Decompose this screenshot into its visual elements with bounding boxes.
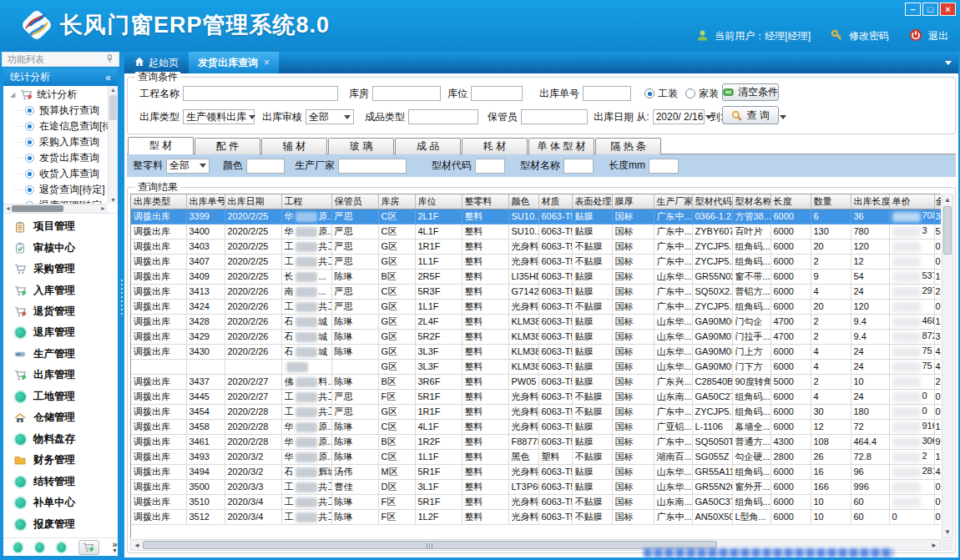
column-header[interactable]: 库房 [378,194,415,209]
table-row[interactable]: 调拨出库34032020/2/25工共工程严思G区1R1F整料光身料6063-T… [131,239,941,254]
date-from-select[interactable]: 2020/ 2/16 [653,109,705,124]
column-header[interactable]: 整零料 [462,194,508,209]
column-header[interactable]: 保管员 [331,194,378,209]
sidebar-menu-item[interactable]: 仓储管理 [3,408,118,428]
sidebar-menu-item[interactable]: 物料盘存 [3,429,118,449]
close-button[interactable]: × [940,3,956,16]
column-header[interactable]: 出库长度 [851,194,889,209]
sidebar-menu-item[interactable]: 项目管理 [3,217,118,237]
table-row[interactable]: 调拨出库35122020/3/4工共工程陈琳F区1L2F整料光身料6063-T5… [131,509,941,524]
column-header[interactable]: 长度 [771,194,811,209]
pin-icon[interactable] [106,54,114,65]
table-row[interactable]: 调拨出库34132020/2/26南...严思C区5R3F整料G71422606… [131,284,941,299]
table-row[interactable]: G区3L3F整料KLM38176063-T5贴膜国标山东华...GA90M09.… [131,359,941,374]
scroll-up-icon[interactable]: ▲ [942,196,952,204]
collapse-icon[interactable]: « [105,72,111,83]
sidebar-splitter[interactable] [119,52,124,557]
sidebar-menu-item[interactable]: 补单中心 [3,493,118,513]
tree-root-statistics[interactable]: ◢统计分析 [3,86,108,103]
location-input[interactable] [471,86,523,101]
table-row[interactable]: 调拨出库34452020/2/27工共工程严思F区5R1F整料光身料6063-T… [131,389,941,404]
material-tab[interactable]: 单 体 型 材 [528,138,594,154]
tree-item[interactable]: 收货入库查询 [3,166,108,182]
table-row[interactable]: 调拨出库34942020/3/2石辉城汤伟M区5R1F整料光身料6063-T5贴… [131,464,941,479]
column-header[interactable]: 型材名称 [732,194,771,209]
sidebar-menu-item[interactable]: 审核中心 [3,238,118,258]
scroll-left-icon[interactable]: ◄ [134,542,140,549]
material-tab[interactable]: 辅 材 [261,138,327,154]
project-name-input[interactable] [183,86,338,101]
material-tab[interactable]: 耗 材 [462,138,528,154]
profile-code-input[interactable] [475,159,505,174]
table-row[interactable]: 调拨出库34932020/3/2华原...陈琳C区1L1F整料黑色塑料不贴膜国标… [131,449,941,464]
tree-horizontal-scrollbar[interactable]: ◄ ► [3,204,108,213]
column-header[interactable]: 出库类型 [131,194,186,209]
material-tab[interactable]: 成 品 [395,138,461,154]
clear-conditions-button[interactable]: 清空条件 [722,83,779,101]
column-header[interactable]: 颜色 [508,194,538,209]
column-header[interactable]: 工程 [281,194,331,209]
audit-select[interactable]: 全部 [306,109,354,124]
tree-vertical-scrollbar[interactable]: ▲ ▼ [108,86,118,204]
sidebar-menu-item[interactable]: 生产管理 [3,344,118,364]
material-tab[interactable]: 隔 热 条 [595,138,661,154]
change-password-link[interactable]: 修改密码 [849,29,889,43]
table-row[interactable]: 调拨出库34542020/2/28工共工程严思G区1R1F整料光身料6063-T… [131,404,941,419]
table-row[interactable]: 调拨出库34092020/2/25长...陈琳B区2R5F整料LI35HD606… [131,269,941,284]
tree-item[interactable]: 在途信息查询[待 [3,119,108,134]
whole-piece-select[interactable]: 全部 [166,159,210,174]
profile-name-input[interactable] [563,159,594,174]
tab-shipping-outbound-query[interactable]: 发货出库查询 × [189,52,279,73]
module-dot-icon[interactable] [35,542,44,552]
cart-module-button[interactable] [78,540,100,555]
module-dot-icon[interactable] [57,542,66,552]
sidebar-menu-item[interactable]: 退库管理 [3,323,118,343]
tab-close-icon[interactable]: × [264,57,270,68]
column-header[interactable]: 库位 [415,194,462,209]
material-tab[interactable]: 型 材 [128,137,194,154]
scroll-right-icon[interactable]: ► [931,542,937,549]
keeper-input[interactable] [521,109,588,124]
material-tab[interactable]: 配 件 [195,138,260,154]
column-header[interactable]: 出库日期 [225,194,281,209]
table-row[interactable]: 调拨出库34582020/2/28华原...陈琳C区4L1F整料光身料6063-… [131,419,941,434]
radio-industrial[interactable]: 工装 [644,87,678,101]
manufacturer-input[interactable] [338,159,407,174]
module-dot-icon[interactable] [13,542,23,552]
table-row[interactable]: 调拨出库34282020/2/26石城陈琳G区2L4F整料KLM38176063… [131,314,941,329]
sidebar-menu-item[interactable]: 报废管理 [3,514,118,534]
scroll-thumb[interactable] [943,206,952,255]
sidebar-menu-item[interactable]: 结转管理 [3,472,118,492]
radio-home-decor[interactable]: 家装 [685,87,719,101]
column-header[interactable]: 单价 [889,194,934,209]
scroll-thumb[interactable] [143,541,717,549]
maximize-button[interactable]: □ [922,3,938,16]
table-row[interactable]: 调拨出库34002020/2/25华原...严思C区4L1F整料SU10...6… [131,224,941,239]
tree-item[interactable]: 采购入库查询 [3,134,108,150]
column-header[interactable]: 数量 [811,194,851,209]
material-tab[interactable]: 玻 璃 [328,138,394,154]
tab-list-caret-icon[interactable] [945,61,952,65]
tree-item[interactable]: 退货查询[待定] [3,182,108,198]
column-header[interactable]: 型材代码 [692,194,732,209]
column-header[interactable]: 出库单号 [186,194,225,209]
scroll-thumb[interactable] [109,95,117,120]
column-header[interactable]: 表面处理 [572,194,612,209]
grid-vertical-scrollbar[interactable]: ▲ ▼ [942,194,953,538]
table-row[interactable]: 调拨出库35102020/3/4工共工程陈琳F区5R1F整料光身料6063-T5… [131,494,941,509]
warehouse-input[interactable] [372,86,441,101]
scroll-down-icon[interactable]: ▼ [942,528,952,536]
scroll-down-icon[interactable]: ▼ [109,197,118,203]
table-row[interactable]: 调拨出库34612020/2/28华原...陈琳B区1R2F整料F8877FT6… [131,434,941,449]
tree-item[interactable]: 预算执行查询 [3,103,108,119]
outbound-type-select[interactable]: 生产领料出库 [183,109,255,124]
column-header[interactable]: 金 [934,194,941,209]
product-type-input[interactable] [408,109,478,124]
minimize-button[interactable]: – [905,3,921,16]
table-row[interactable]: 调拨出库34302020/2/26石城陈琳G区3L3F整料KLM38176063… [131,344,941,359]
scroll-up-icon[interactable]: ▲ [109,87,118,93]
sidebar-menu-item[interactable]: 财务管理 [3,451,118,471]
column-header[interactable]: 材质 [538,194,572,209]
table-row[interactable]: 调拨出库34072020/2/25工共工程严思G区1L1F整料光身料6063-T… [131,254,941,269]
table-row[interactable]: 调拨出库33992020/2/25华原...严思C区2L1F整料SU10...6… [131,209,941,224]
